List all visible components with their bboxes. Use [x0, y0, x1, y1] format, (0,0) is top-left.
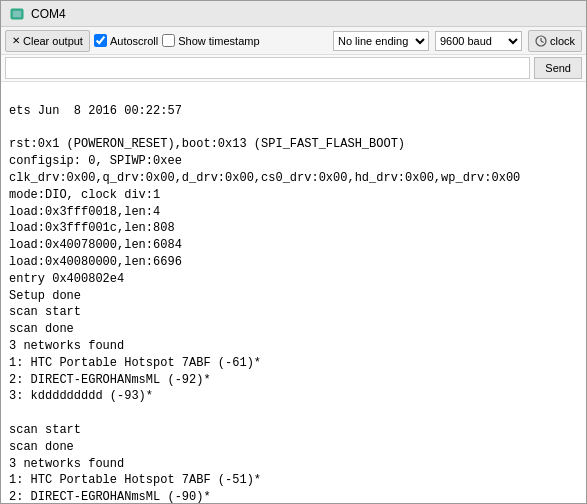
svg-line-4: [541, 41, 544, 43]
show-timestamp-label[interactable]: Show timestamp: [162, 34, 259, 47]
console-line: load:0x40078000,len:6084: [9, 237, 578, 254]
console-line: Setup done: [9, 288, 578, 305]
show-timestamp-checkbox[interactable]: [162, 34, 175, 47]
toolbar: ✕ Clear output Autoscroll Show timestamp…: [1, 27, 586, 55]
clear-output-label: Clear output: [23, 35, 83, 47]
console-line: scan start: [9, 304, 578, 321]
show-timestamp-text: Show timestamp: [178, 35, 259, 47]
serial-input[interactable]: [5, 57, 530, 79]
autoscroll-label: Autoscroll: [110, 35, 158, 47]
console-line: load:0x3fff001c,len:808: [9, 220, 578, 237]
clear-icon: ✕: [12, 35, 20, 46]
console-line: 1: HTC Portable Hotspot 7ABF (-61)*: [9, 355, 578, 372]
clock-icon: [535, 35, 547, 47]
console-line: load:0x40080000,len:6696: [9, 254, 578, 271]
console-line: scan done: [9, 439, 578, 456]
window-icon: [9, 6, 25, 22]
svg-rect-1: [13, 11, 21, 17]
console-line: 2: DIRECT-EGROHANmsML (-90)*: [9, 489, 578, 503]
console-line: configsip: 0, SPIWP:0xee: [9, 153, 578, 170]
serial-monitor-window: COM4 ✕ Clear output Autoscroll Show time…: [0, 0, 587, 504]
console-line: 2: DIRECT-EGROHANmsML (-92)*: [9, 372, 578, 389]
autoscroll-checkbox-label[interactable]: Autoscroll: [94, 34, 158, 47]
clear-output-button[interactable]: ✕ Clear output: [5, 30, 90, 52]
console-line: mode:DIO, clock div:1: [9, 187, 578, 204]
console-line: scan done: [9, 321, 578, 338]
console-output[interactable]: ets Jun 8 2016 00:22:57 rst:0x1 (POWERON…: [1, 82, 586, 503]
autoscroll-checkbox[interactable]: [94, 34, 107, 47]
console-line: 3 networks found: [9, 338, 578, 355]
console-line: 3 networks found: [9, 456, 578, 473]
console-line: [9, 86, 578, 103]
console-line: rst:0x1 (POWERON_RESET),boot:0x13 (SPI_F…: [9, 136, 578, 153]
console-line: [9, 405, 578, 422]
clock-button[interactable]: clock: [528, 30, 582, 52]
window-title: COM4: [31, 7, 66, 21]
console-line: [9, 120, 578, 137]
line-ending-select[interactable]: No line ending Newline Carriage return B…: [333, 31, 429, 51]
console-line: ets Jun 8 2016 00:22:57: [9, 103, 578, 120]
console-line: load:0x3fff0018,len:4: [9, 204, 578, 221]
console-line: entry 0x400802e4: [9, 271, 578, 288]
console-line: scan start: [9, 422, 578, 439]
title-bar: COM4: [1, 1, 586, 27]
send-button[interactable]: Send: [534, 57, 582, 79]
console-line: clk_drv:0x00,q_drv:0x00,d_drv:0x00,cs0_d…: [9, 170, 578, 187]
console-line: 3: kddddddddd (-93)*: [9, 388, 578, 405]
baud-rate-select[interactable]: 300 baud 1200 baud 2400 baud 4800 baud 9…: [435, 31, 522, 51]
serial-input-row: Send: [1, 55, 586, 82]
console-line: 1: HTC Portable Hotspot 7ABF (-51)*: [9, 472, 578, 489]
clock-label: clock: [550, 35, 575, 47]
